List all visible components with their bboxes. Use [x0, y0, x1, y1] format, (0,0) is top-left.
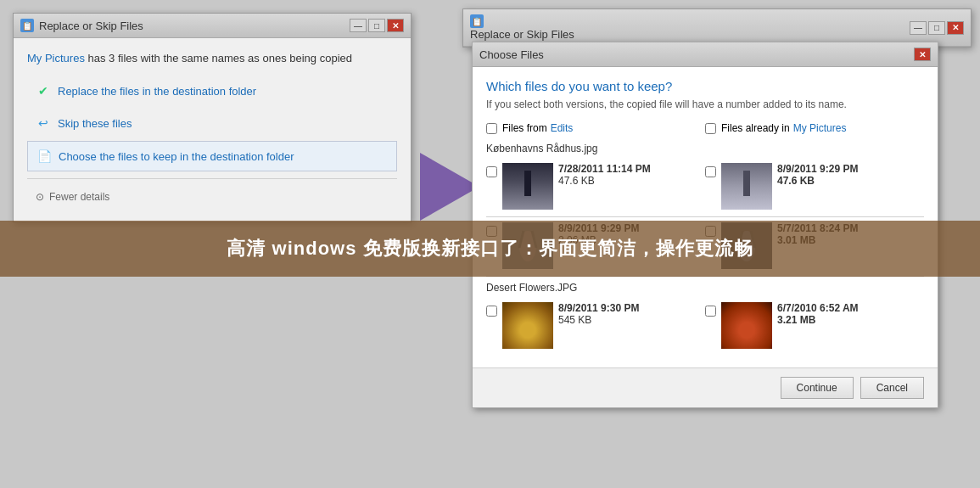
continue-button[interactable]: Continue: [781, 377, 854, 399]
file-3-right-date: 6/7/2010 6:52 AM: [777, 302, 924, 314]
flower-art-left: [502, 302, 553, 349]
file-info-1-left: 7/28/2011 11:14 PM 47.6 KB: [558, 163, 705, 187]
file-info-1-right: 8/9/2011 9:29 PM 47.6 KB: [777, 163, 924, 187]
fewer-details[interactable]: ⊙ Fewer details: [27, 186, 397, 208]
skip-label: Skip these files: [58, 117, 132, 130]
left-dialog: 📋 Replace or Skip Files — □ ✕ My Picture…: [13, 13, 412, 222]
col-header-left-label: Files from: [502, 122, 547, 134]
file-thumb-1-left: [502, 163, 553, 210]
right-window-controls: — □ ✕: [910, 21, 964, 35]
right-dialog-title: Replace or Skip Files: [470, 28, 574, 41]
replace-label: Replace the files in the destination fol…: [58, 85, 256, 98]
info-text-body: has 3 files with the same names as ones …: [88, 52, 352, 65]
church-thumb-1: [502, 163, 553, 210]
left-title-bar: 📋 Replace or Skip Files — □ ✕: [14, 14, 411, 38]
close-button[interactable]: ✕: [387, 19, 404, 32]
left-dialog-title: Replace or Skip Files: [39, 20, 143, 32]
right-outer-dialog: 📋 Replace or Skip Files — □ ✕ Choose Fil…: [462, 8, 972, 48]
right-title-left: 📋 Replace or Skip Files: [470, 14, 574, 41]
file-1-right-size: 47.6 KB: [777, 175, 924, 187]
file-thumb-1-right: [721, 163, 772, 210]
file-3-left-checkbox[interactable]: [486, 306, 497, 317]
my-pictures-col-link[interactable]: My Pictures: [793, 122, 847, 134]
skip-icon: ↩: [36, 115, 51, 131]
flower-art-right: [721, 302, 772, 349]
choose-title-bar: Choose Files ✕: [473, 42, 938, 67]
which-files-subtext: If you select both versions, the copied …: [486, 98, 924, 110]
file-1-right-date: 8/9/2011 9:29 PM: [777, 163, 924, 175]
file-1-left-checkbox[interactable]: [486, 166, 497, 177]
select-all-left-checkbox[interactable]: [486, 123, 497, 134]
divider: [27, 178, 397, 179]
file-info-3-right: 6/7/2010 6:52 AM 3.21 MB: [777, 302, 924, 326]
file-row-3: 8/9/2011 9:30 PM 545 KB 6/7/2010 6:52 AM…: [486, 302, 924, 349]
my-pictures-link[interactable]: My Pictures: [27, 52, 85, 65]
banner-text: 高清 windows 免费版换新接口了：界面更简洁，操作更流畅: [227, 238, 753, 259]
col-header-right: Files already in My Pictures: [705, 122, 924, 134]
minimize-button[interactable]: —: [350, 19, 367, 32]
fewer-details-label: Fewer details: [49, 191, 109, 203]
maximize-button[interactable]: □: [368, 19, 385, 32]
church-spire-1: [524, 171, 531, 196]
file-section-1-title: Københavns Rådhus.jpg: [486, 143, 924, 158]
title-left: 📋 Replace or Skip Files: [20, 19, 143, 32]
cancel-button[interactable]: Cancel: [860, 377, 924, 399]
choose-close-button[interactable]: ✕: [914, 48, 931, 61]
church-spire-2: [743, 171, 750, 196]
church-thumb-2: [721, 163, 772, 210]
file-1-right-checkbox[interactable]: [705, 166, 716, 177]
file-1-left-date: 7/28/2011 11:14 PM: [558, 163, 705, 175]
separator-1: [486, 216, 924, 217]
choose-icon: 📄: [36, 149, 52, 164]
right-minimize-button[interactable]: —: [910, 21, 927, 35]
file-thumb-3-right: [721, 302, 772, 349]
file-col-right-1: 8/9/2011 9:29 PM 47.6 KB: [705, 163, 924, 210]
file-section-3: Desert Flowers.JPG 8/9/2011 9:30 PM 545 …: [486, 282, 924, 349]
file-col-right-3: 6/7/2010 6:52 AM 3.21 MB: [705, 302, 924, 349]
right-maximize-button[interactable]: □: [928, 21, 945, 35]
file-row-1: 7/28/2011 11:14 PM 47.6 KB 8/9/2011 9:: [486, 163, 924, 210]
choose-dialog-content: Which files do you want to keep? If you …: [473, 67, 938, 367]
column-headers: Files from Edits Files already in My Pic…: [486, 122, 924, 134]
file-thumb-3-left: [502, 302, 553, 349]
chevron-up-icon: ⊙: [36, 191, 44, 203]
file-3-right-size: 3.21 MB: [777, 314, 924, 326]
window-controls: — □ ✕: [350, 19, 404, 32]
right-close-button[interactable]: ✕: [947, 21, 964, 35]
file-section-1: Københavns Rådhus.jpg 7/28/2011 11:14 PM…: [486, 143, 924, 210]
choose-option[interactable]: 📄 Choose the files to keep in the destin…: [27, 141, 397, 171]
file-col-left-1: 7/28/2011 11:14 PM 47.6 KB: [486, 163, 705, 210]
file-1-left-size: 47.6 KB: [558, 175, 705, 187]
file-3-right-checkbox[interactable]: [705, 306, 716, 317]
file-3-left-date: 8/9/2011 9:30 PM: [558, 302, 705, 314]
file-3-left-size: 545 KB: [558, 314, 705, 326]
arrow-icon: [420, 153, 479, 221]
file-section-3-title: Desert Flowers.JPG: [486, 282, 924, 297]
replace-option[interactable]: ✔ Replace the files in the destination f…: [27, 76, 397, 105]
skip-option[interactable]: ↩ Skip these files: [27, 109, 397, 137]
edits-link[interactable]: Edits: [551, 122, 574, 134]
left-dialog-content: My Pictures has 3 files with the same na…: [14, 38, 411, 222]
which-files-heading: Which files do you want to keep?: [486, 79, 924, 93]
file-col-left-3: 8/9/2011 9:30 PM 545 KB: [486, 302, 705, 349]
info-text: My Pictures has 3 files with the same na…: [27, 52, 397, 65]
choose-label: Choose the files to keep in the destinat…: [59, 150, 294, 163]
select-all-right-checkbox[interactable]: [705, 123, 716, 134]
dialog-icon: 📋: [20, 19, 34, 32]
choose-dialog-title: Choose Files: [479, 48, 544, 61]
col-header-left: Files from Edits: [486, 122, 705, 134]
dialog-footer: Continue Cancel: [473, 367, 938, 407]
check-icon: ✔: [36, 83, 51, 98]
right-dialog-icon: 📋: [470, 14, 484, 28]
file-info-3-left: 8/9/2011 9:30 PM 545 KB: [558, 302, 705, 326]
banner: 高清 windows 免费版换新接口了：界面更简洁，操作更流畅: [0, 221, 980, 277]
col-header-right-label: Files already in: [721, 122, 790, 134]
